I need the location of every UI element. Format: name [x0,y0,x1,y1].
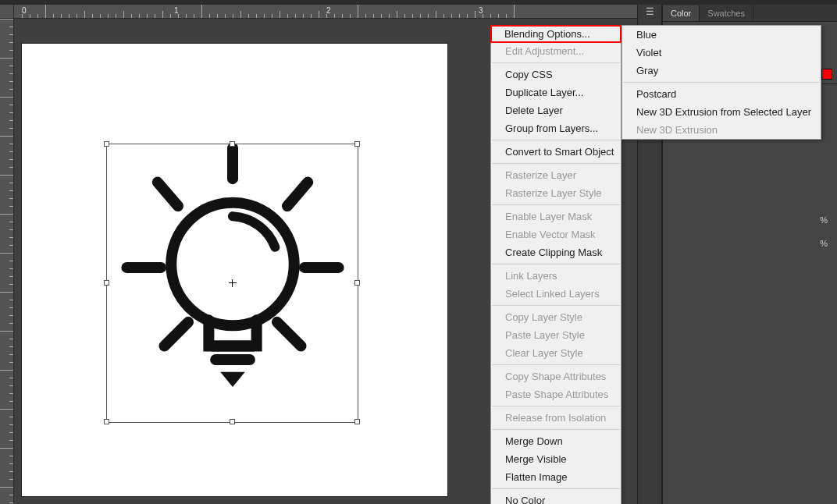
menu-item[interactable]: Merge Visible [491,450,621,468]
menu-item[interactable]: Violet [622,44,821,62]
document-canvas[interactable] [22,44,447,496]
transform-handle[interactable] [230,141,235,147]
transform-center[interactable] [229,279,237,287]
panel-menu-icon[interactable]: ☰ [639,6,660,25]
transform-handle[interactable] [354,419,360,424]
fill-value: % [820,239,828,248]
menu-item: Paste Layer Style [491,326,621,344]
menu-item[interactable]: Copy CSS [491,66,621,83]
menu-separator [492,204,620,205]
transform-handle[interactable] [104,419,109,424]
transform-handle[interactable] [354,280,360,286]
menu-item[interactable]: Merge Down [491,432,621,450]
menu-item[interactable]: Gray [622,62,821,80]
transform-handle[interactable] [354,141,360,147]
menu-separator [623,82,820,83]
menu-item[interactable]: Convert to Smart Object [491,143,621,161]
menu-item: New 3D Extrusion [622,121,821,139]
menu-item[interactable]: New 3D Extrusion from Selected Layer [622,103,821,121]
menu-item: Copy Layer Style [491,308,621,326]
menu-item: Enable Layer Mask [491,208,621,225]
transform-handle[interactable] [104,280,109,286]
menu-separator [492,429,620,430]
menu-item[interactable]: Delete Layer [491,101,621,119]
menu-separator [492,406,620,406]
menu-item[interactable]: Flatten Image [491,468,621,486]
opacity-value: % [820,215,828,225]
menu-item: Rasterize Layer [491,166,621,184]
menu-separator [492,163,620,164]
menu-item: Copy Shape Attributes [491,367,621,385]
menu-separator [492,364,620,365]
transform-handle[interactable] [230,419,235,424]
menu-item: Link Layers [491,267,621,285]
ruler-origin[interactable] [0,5,14,19]
menu-separator [492,62,620,63]
menu-separator [492,264,620,264]
menu-item[interactable]: No Color [491,492,621,504]
menu-separator [492,488,620,489]
menu-separator [492,305,620,306]
transform-handle[interactable] [104,141,109,147]
tab-color[interactable]: Color [663,5,700,21]
menu-item[interactable]: Blue [622,26,821,44]
menu-separator [492,140,620,140]
menu-item: Release from Isolation [491,409,621,427]
tab-swatches[interactable]: Swatches [700,5,753,21]
menu-item: Enable Vector Mask [491,225,621,243]
menu-item: Select Linked Layers [491,285,621,303]
layer-context-menu-col2: BlueVioletGrayPostcardNew 3D Extrusion f… [622,25,821,140]
panel-tabset: Color Swatches [663,5,837,22]
menu-item[interactable]: Group from Layers... [491,119,621,137]
menu-item: Edit Adjustment... [491,42,621,60]
menu-item: Rasterize Layer Style [491,184,621,202]
transform-bounding-box[interactable] [106,144,358,423]
menu-item[interactable]: Duplicate Layer... [491,83,621,101]
menu-item[interactable]: Postcard [622,85,821,103]
layer-context-menu: Blending Options...Edit Adjustment...Cop… [490,25,622,504]
ruler-vertical[interactable] [0,19,14,504]
menu-item[interactable]: Blending Options... [491,26,621,42]
menu-item: Clear Layer Style [491,344,621,362]
foreground-color-swatch[interactable] [821,69,832,80]
menu-item: Paste Shape Attributes [491,385,621,403]
menu-item[interactable]: Create Clipping Mask [491,243,621,261]
